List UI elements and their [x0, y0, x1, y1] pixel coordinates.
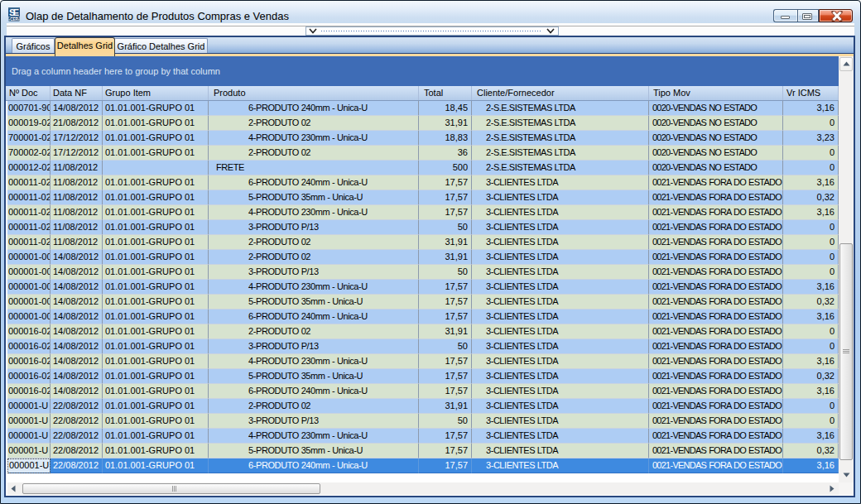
- svg-text:SE: SE: [9, 7, 19, 17]
- svg-text:‹CER›: ‹CER›: [9, 17, 20, 22]
